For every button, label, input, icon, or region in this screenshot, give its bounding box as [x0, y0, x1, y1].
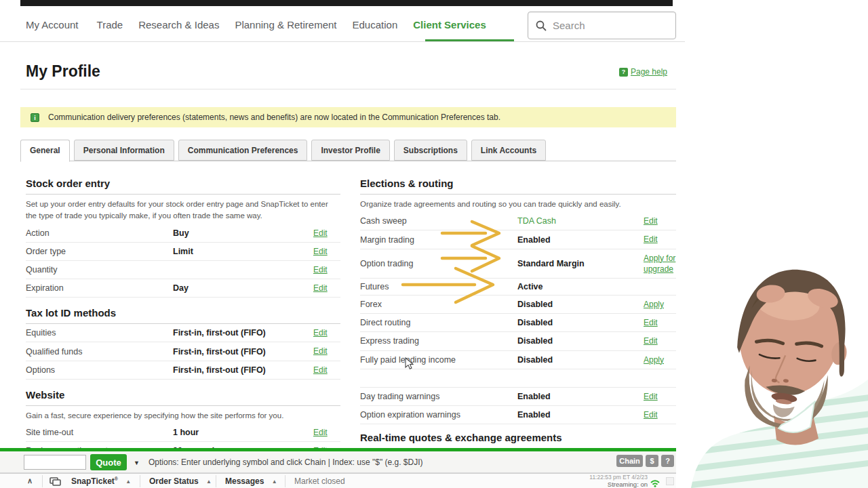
tab-subscriptions[interactable]: Subscriptions [394, 140, 467, 161]
quote-button[interactable]: Quote [90, 454, 127, 470]
row-value: Enabled [517, 235, 644, 245]
left-column: Stock order entry Set up your order entr… [26, 175, 340, 460]
row-value: Disabled [517, 355, 644, 365]
divider [285, 475, 285, 487]
edit-link[interactable]: Edit [313, 246, 340, 257]
snapticket-window-icon[interactable] [50, 477, 61, 486]
notice-banner: i Communication delivery preferences (st… [20, 107, 676, 127]
table-row-expiration: Expiration Day Edit [26, 279, 340, 298]
page-help-link[interactable]: ? Page help [619, 67, 667, 77]
nav-planning-retirement[interactable]: Planning & Retirement [235, 19, 336, 30]
edit-link[interactable]: Edit [644, 409, 676, 420]
row-label: Margin trading [360, 235, 517, 245]
messages-toggle[interactable]: Messages ▲ [225, 476, 277, 486]
table-row-forex: Forex Disabled Apply [360, 296, 676, 314]
row-value: First-in, first-out (FIFO) [173, 328, 313, 338]
table-row-action: Action Buy Edit [26, 224, 340, 243]
table-row-options: Options First-in, first-out (FIFO) Edit [26, 361, 340, 380]
timestamp: 11:22:53 pm ET 4/2/23 [566, 474, 648, 481]
search-input[interactable] [553, 20, 661, 31]
table-row-express-trading: Express trading Disabled Edit [360, 332, 676, 350]
edit-link[interactable]: Edit [313, 327, 340, 338]
shirt-collar [778, 402, 814, 432]
section-title-tax-lot: Tax lot ID methods [26, 304, 340, 324]
collapse-chevron-icon[interactable]: ∧ [27, 476, 33, 485]
edit-link[interactable]: Edit [644, 317, 676, 328]
nav-client-services[interactable]: Client Services [413, 19, 486, 30]
right-column: Elections & routing Organize trade agree… [360, 175, 676, 466]
apply-link[interactable]: Apply [644, 299, 676, 310]
edit-link[interactable]: Edit [313, 228, 340, 239]
help-icon: ? [619, 68, 628, 77]
snapticket-label: SnapTicket [71, 476, 115, 486]
quote-dropdown-caret-icon[interactable]: ▼ [134, 460, 140, 466]
table-row-equities: Equities First-in, first-out (FIFO) Edit [26, 324, 340, 342]
snapticket-toggle[interactable]: SnapTicket® ▲ [71, 476, 131, 486]
nav-education[interactable]: Education [353, 19, 398, 30]
table-row-qualified-funds: Qualified funds First-in, first-out (FIF… [26, 342, 340, 361]
tab-personal-information[interactable]: Personal Information [74, 140, 174, 161]
chain-button[interactable]: Chain [616, 455, 643, 467]
tabs-baseline [20, 161, 676, 161]
tab-communication-preferences[interactable]: Communication Preferences [178, 140, 308, 161]
apply-link[interactable]: Apply [644, 354, 676, 365]
row-value: Disabled [517, 318, 644, 327]
row-value: First-in, first-out (FIFO) [173, 347, 313, 357]
page-title: My Profile [26, 62, 100, 81]
edit-link[interactable]: Edit [313, 346, 340, 357]
table-row-quantity: Quantity Edit [26, 261, 340, 279]
row-label: Direct routing [360, 318, 517, 327]
search-icon [536, 20, 547, 31]
edit-link[interactable]: Edit [644, 391, 676, 402]
order-status-toggle[interactable]: Order Status ▲ [149, 476, 212, 486]
divider [216, 475, 216, 487]
row-value: 1 hour [173, 428, 313, 437]
table-row-option-trading: Option trading Standard Margin Apply for… [360, 249, 676, 279]
nav-research-ideas[interactable]: Research & Ideas [138, 19, 219, 30]
caret-up-icon: ▲ [272, 479, 277, 485]
table-row-futures: Futures Active [360, 279, 676, 296]
edit-link[interactable]: Edit [313, 427, 340, 438]
symbol-input[interactable] [24, 455, 86, 470]
row-label: Day trading warnings [360, 392, 517, 401]
row-value: Day [173, 283, 313, 293]
nav-my-account[interactable]: My Account [26, 19, 79, 30]
edit-link[interactable]: Edit [313, 283, 340, 293]
quote-help-button[interactable]: ? [661, 455, 674, 467]
title-divider [20, 89, 676, 89]
edit-link[interactable]: Edit [644, 216, 676, 226]
divider [140, 475, 140, 487]
row-value: Disabled [517, 300, 644, 309]
tab-investor-profile[interactable]: Investor Profile [311, 140, 389, 161]
tab-general[interactable]: General [20, 140, 70, 162]
tab-link-accounts[interactable]: Link Accounts [471, 140, 546, 161]
stock-order-entry-description: Set up your order entry defaults for you… [26, 195, 340, 224]
row-value: Standard Margin [517, 259, 644, 268]
row-label: Quantity [26, 265, 173, 274]
dollar-button[interactable]: $ [646, 455, 658, 467]
edit-link[interactable]: Edit [644, 234, 676, 245]
table-row-cash-sweep: Cash sweep TDA Cash Edit [360, 212, 676, 230]
edit-link[interactable]: Edit [644, 336, 676, 346]
status-bar: ∧ SnapTicket® ▲ Order Status ▲ Messages … [0, 473, 676, 488]
row-label: Express trading [360, 336, 517, 346]
row-label: Cash sweep [360, 216, 517, 226]
search-box[interactable] [528, 12, 676, 39]
row-label: Site time-out [26, 428, 173, 437]
quote-hint-text: Options: Enter underlying symbol and cli… [149, 458, 423, 467]
row-label: Expiration [26, 283, 173, 293]
streaming-status: Streaming: on [566, 481, 648, 488]
table-row-margin-trading: Margin trading Enabled Edit [360, 230, 676, 249]
row-value: Enabled [517, 392, 644, 401]
table-row-day-trading-warnings: Day trading warnings Enabled Edit [360, 387, 676, 406]
webcam-presenter [682, 261, 868, 488]
cash-sweep-value-link[interactable]: TDA Cash [517, 216, 644, 226]
apply-for-upgrade-link[interactable]: Apply for upgrade [644, 253, 676, 274]
edit-link[interactable]: Edit [313, 365, 340, 375]
resize-handle[interactable] [666, 477, 674, 485]
nav-trade[interactable]: Trade [97, 19, 123, 30]
section-title-website: Website [26, 386, 340, 406]
edit-link[interactable]: Edit [313, 264, 340, 275]
quote-bar: Quote ▼ Options: Enter underlying symbol… [0, 451, 676, 473]
section-title-elections: Elections & routing [360, 175, 676, 195]
